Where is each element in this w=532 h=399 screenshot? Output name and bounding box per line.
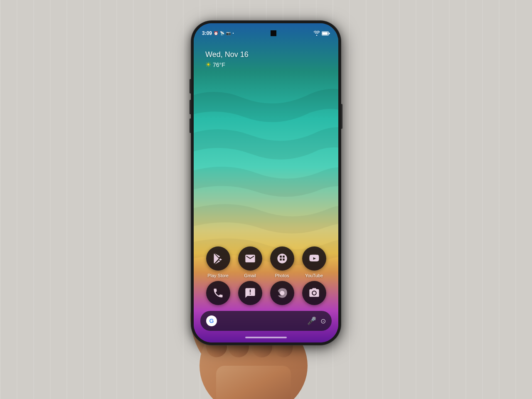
gmail-icon (244, 253, 256, 264)
gmail-icon-circle (238, 246, 262, 271)
google-letter: G (209, 318, 214, 324)
status-bar: 3:09 ⏰ 📡 📷 · (194, 23, 338, 40)
app-grid: Play Store Gmail (194, 246, 338, 278)
screenshot-icon: 📷 (226, 31, 231, 35)
app-photos[interactable]: Photos (268, 246, 296, 278)
dock-chrome[interactable] (270, 281, 294, 305)
phone-outer: 3:09 ⏰ 📡 📷 · (191, 21, 341, 345)
camera-punch-hole (271, 30, 276, 36)
youtube-icon (308, 253, 320, 264)
youtube-icon-circle (302, 246, 326, 271)
play-store-icon-circle (206, 246, 230, 271)
weather-row: ☀ 76°F (205, 61, 249, 69)
dock-row (194, 281, 338, 305)
google-g-logo: G (206, 315, 217, 326)
wifi-icon (313, 31, 320, 36)
phone-icon (212, 287, 224, 299)
search-bar[interactable]: G 🎤 ⊙ (200, 311, 332, 331)
play-store-icon (212, 253, 224, 264)
play-store-label: Play Store (207, 273, 229, 278)
dock-camera[interactable] (302, 281, 326, 305)
app-youtube[interactable]: YouTube (300, 246, 328, 278)
gmail-label: Gmail (244, 273, 256, 278)
search-right-icons: 🎤 ⊙ (307, 316, 326, 325)
svg-rect-10 (329, 32, 330, 34)
mic-icon[interactable]: 🎤 (307, 316, 316, 325)
photos-icon (276, 253, 288, 264)
svg-rect-6 (216, 366, 291, 399)
app-play-store[interactable]: Play Store (204, 246, 232, 278)
messages-icon (244, 287, 256, 299)
date-display: Wed, Nov 16 (205, 50, 249, 59)
youtube-label: YouTube (305, 273, 323, 278)
sun-icon: ☀ (205, 61, 211, 69)
date-weather-widget: Wed, Nov 16 ☀ 76°F (205, 50, 249, 69)
status-right (313, 31, 330, 36)
temperature-display: 76°F (213, 62, 225, 68)
cast-icon: 📡 (220, 31, 224, 35)
camera-icon (308, 287, 320, 299)
photos-label: Photos (275, 273, 289, 278)
photos-icon-circle (270, 246, 294, 271)
app-row-1: Play Store Gmail (202, 246, 330, 278)
status-left: 3:09 ⏰ 📡 📷 · (202, 30, 234, 36)
lens-icon[interactable]: ⊙ (320, 317, 326, 325)
home-indicator[interactable] (245, 337, 287, 338)
phone-wrapper: 3:09 ⏰ 📡 📷 · (191, 21, 341, 345)
svg-point-11 (280, 291, 285, 296)
dock-phone[interactable] (206, 281, 230, 305)
dock-messages[interactable] (238, 281, 262, 305)
status-time: 3:09 (202, 30, 212, 36)
chrome-icon (276, 287, 288, 299)
app-gmail[interactable]: Gmail (236, 246, 264, 278)
svg-rect-9 (322, 32, 328, 34)
battery-icon (322, 31, 330, 36)
dot-icon: · (232, 30, 234, 36)
phone-screen: 3:09 ⏰ 📡 📷 · (194, 23, 338, 342)
alarm-icon: ⏰ (214, 31, 218, 35)
